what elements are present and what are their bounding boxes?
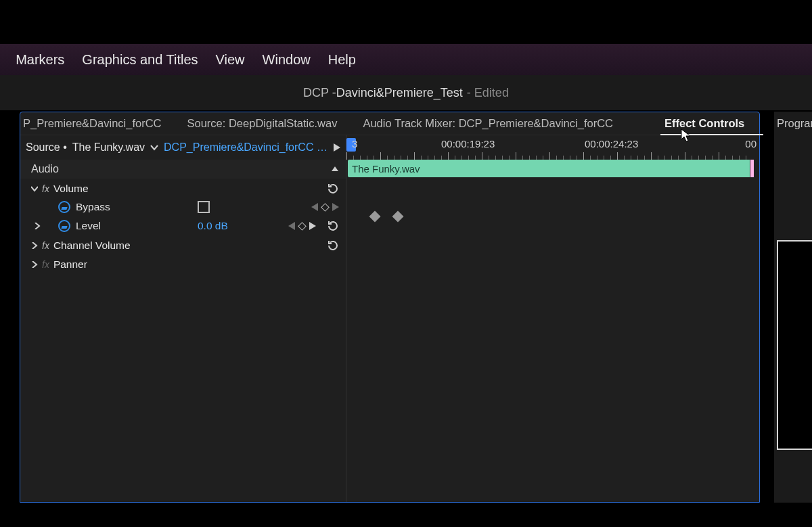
add-keyframe-icon[interactable] xyxy=(298,222,307,231)
chevron-right-icon[interactable] xyxy=(30,261,39,268)
fx-volume-label: Volume xyxy=(53,183,89,195)
source-dropdown[interactable] xyxy=(150,143,158,152)
prev-keyframe-icon[interactable] xyxy=(288,222,295,230)
keyframe-marker[interactable] xyxy=(369,211,381,223)
audio-section-label: Audio xyxy=(31,163,59,175)
fx-panner-row[interactable]: fx Panner xyxy=(20,254,346,273)
level-value[interactable]: 0.0 dB xyxy=(198,220,228,232)
reset-icon[interactable] xyxy=(327,220,339,232)
menu-window[interactable]: Window xyxy=(263,52,311,68)
menu-help[interactable]: Help xyxy=(328,52,356,68)
ruler-time-3: 00 xyxy=(745,138,757,150)
next-keyframe-icon[interactable] xyxy=(332,203,339,211)
tab-source-clip[interactable]: Source: DeepDigitalStatic.wav xyxy=(187,117,338,130)
chevron-right-icon[interactable] xyxy=(30,242,39,249)
source-prefix: Source • xyxy=(26,141,67,154)
fx-volume-row[interactable]: fx Volume xyxy=(20,179,346,198)
fx-badge: fx xyxy=(42,259,49,270)
app-menubar: ce Markers Graphics and Titles View Wind… xyxy=(0,44,812,75)
program-monitor xyxy=(777,240,812,450)
reset-icon[interactable] xyxy=(327,239,339,252)
audio-section-header[interactable]: Audio xyxy=(20,160,346,179)
effect-tree: Source • The Funky.wav DCP_Premiere&Davi… xyxy=(20,135,346,502)
tab-effect-controls[interactable]: Effect Controls xyxy=(664,117,744,130)
bypass-row: Bypass xyxy=(58,198,346,216)
fx-channel-volume-row[interactable]: fx Channel Volume xyxy=(20,235,346,254)
project-status: - Edited xyxy=(467,86,509,100)
bypass-label: Bypass xyxy=(76,201,157,213)
level-label: Level xyxy=(76,220,157,232)
menu-markers[interactable]: Markers xyxy=(16,52,64,68)
clip-name: The Funky.wav xyxy=(352,163,420,175)
level-row: Level 0.0 dB xyxy=(58,216,346,235)
next-keyframe-icon[interactable] xyxy=(309,222,316,230)
source-clip-name: The Funky.wav xyxy=(72,141,145,154)
source-row: Source • The Funky.wav DCP_Premiere&Davi… xyxy=(20,135,346,160)
keyframe-marker[interactable] xyxy=(392,211,404,223)
collapse-up-icon[interactable] xyxy=(331,165,339,173)
stopwatch-icon[interactable] xyxy=(58,220,70,232)
play-icon[interactable] xyxy=(334,143,340,152)
tab-audio-track-mixer[interactable]: Audio Track Mixer: DCP_Premiere&Davinci_… xyxy=(363,117,613,130)
ruler-time-2: 00:00:24:23 xyxy=(585,138,638,150)
ruler-time-1: 00:00:19:23 xyxy=(441,138,495,150)
effect-timeline[interactable]: 3 00:00:19:23 00:00:24:23 00 The Funky.w… xyxy=(346,135,759,502)
reset-icon[interactable] xyxy=(327,183,339,195)
bypass-checkbox[interactable] xyxy=(198,201,210,213)
menu-graphics-titles[interactable]: Graphics and Titles xyxy=(82,52,198,68)
clip-out-handle[interactable] xyxy=(750,160,754,177)
chevron-right-icon[interactable] xyxy=(32,223,42,229)
prev-keyframe-icon[interactable] xyxy=(311,203,318,211)
effect-controls-panel: P_Premiere&Davinci_forCC Source: DeepDig… xyxy=(20,112,760,503)
fx-badge: fx xyxy=(42,183,49,194)
tab-program[interactable]: Program xyxy=(774,112,812,135)
time-ruler[interactable]: 3 00:00:19:23 00:00:24:23 00 xyxy=(346,135,759,160)
project-prefix: DCP - xyxy=(303,86,336,100)
project-name: Davinci&Premiere_Test xyxy=(336,86,463,100)
stopwatch-icon[interactable] xyxy=(58,201,70,213)
menu-view[interactable]: View xyxy=(216,52,245,68)
program-panel: Program xyxy=(774,112,812,503)
add-keyframe-icon[interactable] xyxy=(321,203,330,212)
ruler-time-0: 3 xyxy=(352,138,357,150)
tab-source-sequence[interactable]: P_Premiere&Davinci_forCC xyxy=(23,117,162,130)
fx-badge: fx xyxy=(42,240,49,251)
fx-channel-volume-label: Channel Volume xyxy=(53,239,131,252)
chevron-down-icon[interactable] xyxy=(30,185,39,192)
fx-panner-label: Panner xyxy=(53,258,87,271)
timeline-clip[interactable]: The Funky.wav xyxy=(348,160,754,177)
sequence-name[interactable]: DCP_Premiere&Davinci_forCC •... xyxy=(164,141,328,154)
project-titlebar: DCP - Davinci&Premiere_Test - Edited xyxy=(0,75,812,110)
panel-tabs: P_Premiere&Davinci_forCC Source: DeepDig… xyxy=(20,112,759,135)
keyframe-lane[interactable] xyxy=(346,207,759,227)
